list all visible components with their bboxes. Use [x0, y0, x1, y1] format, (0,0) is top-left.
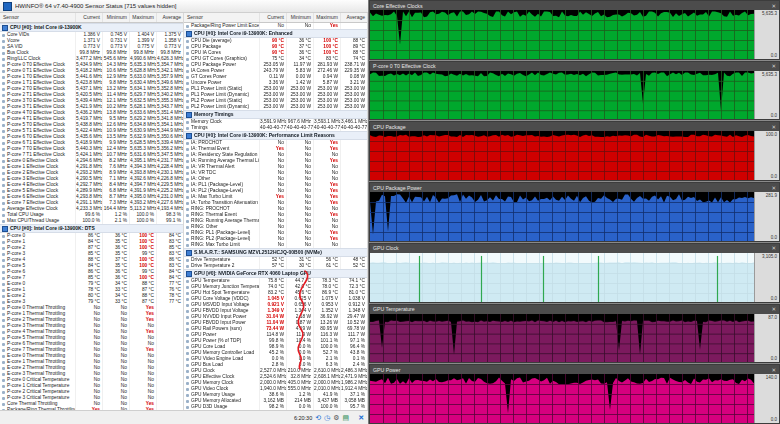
graph-scale-min: 0.0 [771, 174, 777, 179]
graph-scale: 281.90.0 [754, 192, 779, 241]
sensor-group-header[interactable]: CPU [#0]: Intel Core i9-13900K: Enhanced [184, 29, 367, 38]
graph-close-icon[interactable]: ✕ [771, 367, 776, 373]
sensor-item-icon [186, 328, 189, 331]
graph-body: 5,635.30.0 [370, 10, 779, 59]
sensor-row[interactable]: Package/Ring Thermal ThrottlingYesNoYes [0, 407, 183, 410]
sensor-item-icon [2, 241, 5, 244]
sensor-item-icon [186, 232, 189, 235]
graph-body: 3,105.00.0 [370, 253, 779, 302]
sensor-group-header[interactable]: CPU [#0]: Intel Core i9-13900K [0, 23, 183, 32]
graph-scale-max: 140.0 [766, 375, 777, 380]
graph-close-icon[interactable]: ✕ [771, 245, 776, 251]
column-header-current[interactable]: Current [259, 13, 286, 22]
sensor-row[interactable]: Package/Ring Power Limit ExceededNoNoYes [184, 23, 367, 29]
sensor-item-icon [186, 226, 189, 229]
column-header-minimum[interactable]: Minimum [286, 13, 313, 22]
graph-titlebar[interactable]: P-core 0 T0 Effective Clock✕ [370, 62, 779, 71]
sensor-item-icon [2, 319, 5, 322]
sensor-item-icon [186, 64, 189, 67]
sensor-item-icon [2, 343, 5, 346]
column-header-average[interactable]: Average [340, 13, 367, 22]
sensor-item-icon [186, 244, 189, 247]
sensor-rows: Package/Ring Power Limit ExceededNoNoYes… [184, 23, 367, 410]
graph-scale: 87.00.0 [754, 314, 779, 363]
sensor-item-icon [2, 379, 5, 382]
sensor-item-icon [2, 325, 5, 328]
graph-panel-2: CPU Package✕100.00.0 [369, 121, 780, 181]
sensor-row[interactable]: Drive Temperature 257 °C30 °C61 °C52 °C [184, 263, 367, 269]
sensor-value: 40-40-40-77 [340, 125, 367, 131]
sensor-value: 99.1 % [156, 218, 183, 224]
sensor-value: 30 °C [286, 263, 313, 269]
graph-close-icon[interactable]: ✕ [771, 63, 776, 69]
sensor-item-icon [2, 283, 5, 286]
sensor-group-header[interactable]: CPU [#0]: Intel Core i9-13900K: DTS [0, 224, 183, 233]
graph-close-icon[interactable]: ✕ [771, 124, 776, 130]
sensor-item-icon [2, 259, 5, 262]
sensor-item-icon [2, 88, 5, 91]
graph-close-icon[interactable]: ✕ [771, 185, 776, 191]
graph-scale-min: 0.0 [771, 53, 777, 58]
sensor-item-icon [2, 196, 5, 199]
sensor-value: No [259, 242, 286, 248]
column-header-sensor[interactable]: Sensor [0, 13, 75, 22]
sensor-label: PL2 Power Limit (Dynamic) [184, 104, 259, 110]
graph-close-icon[interactable]: ✕ [771, 306, 776, 312]
graph-title: P-core 0 T0 Effective Clock [373, 63, 436, 69]
sensor-label: Package/Ring Thermal Throttling [0, 407, 75, 410]
graph-titlebar[interactable]: GPU Temperature✕ [370, 305, 779, 314]
graph-titlebar[interactable]: CPU Package Power✕ [370, 183, 779, 192]
sensor-item-icon [186, 346, 189, 349]
column-header-maximum[interactable]: Maximum [129, 13, 156, 22]
graph-plot-area [370, 374, 754, 423]
sensor-item-icon [2, 154, 5, 157]
close-icon[interactable]: ✕ [358, 411, 364, 424]
sensor-item-icon [2, 355, 5, 358]
graph-titlebar[interactable]: Core Effective Clocks✕ [370, 1, 779, 10]
sensor-item-icon [2, 190, 5, 193]
window-titlebar[interactable]: HWiNFO® 64 v7.40-4900 Sensor Status [715… [0, 0, 368, 13]
column-header-sensor[interactable]: Sensor [184, 13, 259, 22]
sensor-item-icon [186, 178, 189, 181]
sensor-group-icon [186, 271, 192, 277]
sensor-group-header[interactable]: S.M.A.R.T.: SAMSUNG MZVL2512HCJQ-00B00 (… [184, 248, 367, 257]
graph-title: CPU Package [373, 124, 406, 130]
sensor-value: 57 °C [259, 263, 286, 269]
sensor-item-icon [186, 400, 189, 403]
clock-icon[interactable]: ◷ [324, 411, 330, 424]
graph-close-icon[interactable]: ✕ [771, 3, 776, 9]
sensor-item-icon [2, 148, 5, 151]
sensor-item-icon [2, 118, 5, 121]
column-header-current[interactable]: Current [75, 13, 102, 22]
sensor-label: Package/Ring Power Limit Exceeded [184, 23, 259, 29]
column-header-maximum[interactable]: Maximum [313, 13, 340, 22]
sensor-group-header[interactable]: CPU [#0]: Intel Core i9-13900K: Performa… [184, 131, 367, 140]
logging-report-icon[interactable]: ▤ [343, 411, 350, 424]
sensor-value [340, 23, 367, 29]
column-header-minimum[interactable]: Minimum [102, 13, 129, 22]
graph-titlebar[interactable]: CPU Package✕ [370, 122, 779, 131]
reset-minmax-icon[interactable]: ⟲ [315, 411, 321, 424]
graph-titlebar[interactable]: GPU Clock✕ [370, 244, 779, 253]
sensor-group-header[interactable]: Memory Timings [184, 110, 367, 119]
graph-title: Core Effective Clocks [373, 3, 423, 9]
sensor-row[interactable]: Timings40-40-40-7740-40-40-7740-40-40-77… [184, 125, 367, 131]
sensor-row[interactable]: RING: Max Turbo LimitNoNoNo [184, 242, 367, 248]
graph-scale-min: 0.0 [771, 356, 777, 361]
settings-gear-icon[interactable]: ⚙ [333, 411, 339, 424]
sensor-row[interactable]: PL2 Power Limit (Dynamic)253.00 W253.00 … [184, 104, 367, 110]
sensor-item-icon [186, 382, 189, 385]
graph-titlebar[interactable]: GPU Power✕ [370, 365, 779, 374]
graph-panel-0: Core Effective Clocks✕5,635.30.0 [369, 0, 780, 60]
sensor-item-icon [2, 76, 5, 79]
sensor-item-icon [186, 190, 189, 193]
sensor-item-icon [2, 271, 5, 274]
graph-body: 140.00.0 [370, 374, 779, 423]
sensor-value [156, 407, 183, 410]
graph-plot-area [370, 314, 754, 363]
sensor-row[interactable]: Max CPU/Thread Usage100.0 %2.1 %100.0 %9… [0, 218, 183, 224]
sensor-item-icon [186, 172, 189, 175]
sensor-item-icon [2, 34, 5, 37]
column-header-average[interactable]: Average [156, 13, 183, 22]
sensor-group-header[interactable]: GPU [#0]: NVIDIA GeForce RTX 4060 Laptop… [184, 269, 367, 278]
